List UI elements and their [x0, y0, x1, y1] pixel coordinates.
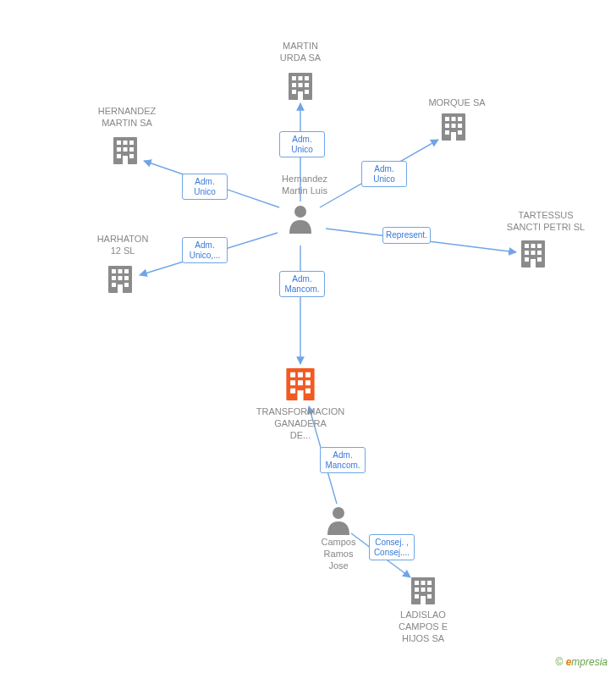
brand-rest: mpresia	[571, 656, 608, 668]
edge-label: Adm. Unico	[279, 131, 325, 157]
footer-copyright: © empresia	[555, 656, 608, 668]
edge-label: Consej. , Consej....	[369, 534, 415, 560]
building-icon[interactable]	[442, 113, 465, 141]
node-label-campos: Campos Ramos Jose	[309, 537, 368, 571]
building-icon[interactable]	[411, 577, 435, 604]
node-label-hernandez: HERNANDEZ MARTIN SA	[85, 106, 169, 130]
edge-label: Adm. Unico,...	[182, 237, 228, 263]
node-label-martin-urda: MARTIN URDA SA	[262, 41, 338, 64]
building-icon[interactable]	[108, 266, 132, 293]
edge-label: Adm. Unico	[361, 161, 407, 187]
person-icon[interactable]	[327, 507, 349, 535]
node-label-tartessus: TARTESSUS SANCTI PETRI SL	[491, 210, 601, 234]
node-label-harhaton: HARHATON 12 SL	[80, 234, 165, 257]
copyright-symbol: ©	[555, 656, 563, 668]
node-label-transform: TRANSFORMACION GANADERA DE...	[250, 406, 351, 441]
edge-label: Adm. Unico	[182, 174, 228, 200]
building-icon-highlighted[interactable]	[286, 368, 314, 400]
edge-label: Adm. Mancom.	[279, 271, 325, 297]
person-icon[interactable]	[289, 206, 311, 234]
node-label-morque: MORQUE SA	[419, 97, 495, 109]
edge-label: Represent.	[382, 227, 431, 244]
network-canvas	[0, 0, 616, 673]
building-icon[interactable]	[113, 137, 137, 164]
edge-label: Adm. Mancom.	[320, 447, 366, 473]
node-label-ladislao: LADISLAO CAMPOS E HIJOS SA	[389, 610, 457, 644]
building-icon[interactable]	[289, 73, 312, 100]
node-label-center-person: Hernandez Martin Luis	[254, 174, 355, 197]
building-icon[interactable]	[521, 240, 545, 268]
